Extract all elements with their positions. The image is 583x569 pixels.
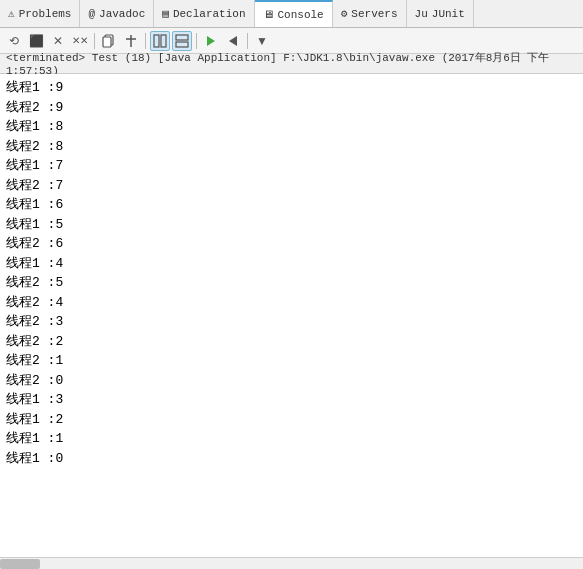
console-line: 线程2 :1 [6,351,577,371]
svg-rect-7 [176,42,188,47]
console-line: 线程1 :3 [6,390,577,410]
svg-rect-4 [154,35,159,47]
scroll-lock-button[interactable]: ⟲ [4,31,24,51]
status-bar: <terminated> Test (18) [Java Application… [0,54,583,74]
run-button[interactable] [201,31,221,51]
tab-servers[interactable]: ⚙ Servers [333,0,407,27]
bottom-scrollbar[interactable] [0,557,583,569]
console-line: 线程2 :6 [6,234,577,254]
problems-icon: ⚠ [8,7,15,20]
tab-junit[interactable]: Ju JUnit [407,0,474,27]
toolbar-sep-4 [247,33,248,49]
console-icon: 🖥 [263,8,274,21]
back-button[interactable] [223,31,243,51]
javadoc-icon: @ [88,8,95,20]
toolbar-sep-1 [94,33,95,49]
console-line: 线程1 :1 [6,429,577,449]
scrollbar-thumb[interactable] [0,559,40,569]
tab-console-label: Console [278,9,324,21]
console-output[interactable]: 线程1 :9线程2 :9线程1 :8线程2 :8线程1 :7线程2 :7线程1 … [0,74,583,557]
console-line: 线程2 :2 [6,332,577,352]
console-line: 线程1 :0 [6,449,577,469]
pin-button[interactable] [121,31,141,51]
svg-rect-1 [103,37,111,47]
declaration-icon: ▤ [162,7,169,20]
console-line: 线程2 :7 [6,176,577,196]
toolbar-sep-2 [145,33,146,49]
scrollbar-track[interactable] [0,558,583,569]
tab-javadoc-label: Javadoc [99,8,145,20]
tab-problems-label: Problems [19,8,72,20]
view2-icon [175,34,189,48]
console-line: 线程1 :6 [6,195,577,215]
tab-declaration-label: Declaration [173,8,246,20]
console-line: 线程1 :2 [6,410,577,430]
console-line: 线程1 :5 [6,215,577,235]
console-line: 线程2 :3 [6,312,577,332]
servers-icon: ⚙ [341,7,348,20]
remove-button[interactable]: ✕ [48,31,68,51]
remove-all-button[interactable]: ✕✕ [70,31,90,51]
svg-marker-8 [207,36,215,46]
copy-button[interactable] [99,31,119,51]
view2-button[interactable] [172,31,192,51]
console-line: 线程2 :8 [6,137,577,157]
console-line: 线程1 :8 [6,117,577,137]
run-icon [204,34,218,48]
console-line: 线程1 :7 [6,156,577,176]
more-button[interactable]: ▼ [252,31,272,51]
tab-javadoc[interactable]: @ Javadoc [80,0,154,27]
tab-junit-label: JUnit [432,8,465,20]
status-text: <terminated> Test (18) [Java Application… [6,50,577,77]
console-line: 线程1 :9 [6,78,577,98]
tab-bar: ⚠ Problems @ Javadoc ▤ Declaration 🖥 Con… [0,0,583,28]
console-line: 线程2 :5 [6,273,577,293]
toolbar-sep-3 [196,33,197,49]
console-line: 线程1 :4 [6,254,577,274]
back-icon [226,34,240,48]
junit-icon: Ju [415,8,428,20]
tab-servers-label: Servers [351,8,397,20]
tab-declaration[interactable]: ▤ Declaration [154,0,254,27]
copy-icon [102,34,116,48]
svg-rect-6 [176,35,188,40]
console-line: 线程2 :9 [6,98,577,118]
pin-icon [124,34,138,48]
console-line: 线程2 :0 [6,371,577,391]
tab-console[interactable]: 🖥 Console [255,0,333,27]
view1-button[interactable] [150,31,170,51]
console-line: 线程2 :4 [6,293,577,313]
svg-marker-9 [229,36,237,46]
stop-button[interactable]: ⬛ [26,31,46,51]
svg-rect-5 [161,35,166,47]
tab-problems[interactable]: ⚠ Problems [0,0,80,27]
view1-icon [153,34,167,48]
